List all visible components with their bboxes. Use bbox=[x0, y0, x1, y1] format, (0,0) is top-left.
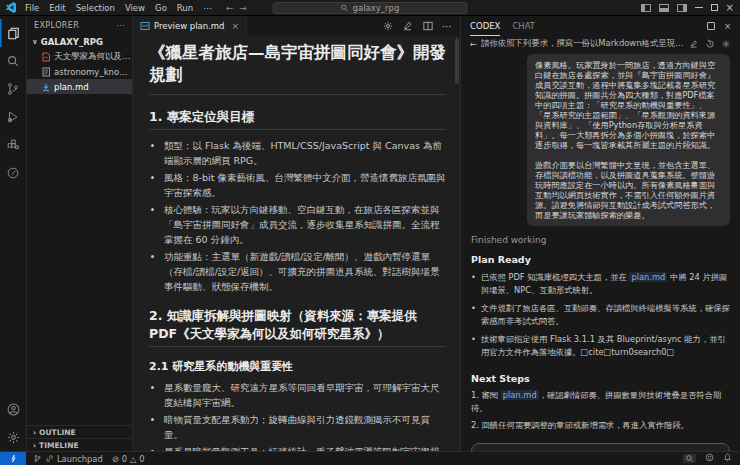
pdf-file-icon bbox=[41, 52, 51, 62]
list-item: 星系數量龐大、研究遠方星系等同回看早期宇宙，可理解宇宙大尺度結構與宇宙網。 bbox=[164, 380, 446, 410]
section-1-list: 類型：以 Flask 為後端、HTML/CSS/JavaScript 與 Can… bbox=[164, 138, 446, 294]
codex-extension-icon[interactable] bbox=[0, 159, 27, 187]
feedback-smiley-icon[interactable] bbox=[705, 453, 714, 464]
markdown-preview-icon bbox=[140, 21, 150, 31]
toggle-panel-icon[interactable] bbox=[659, 4, 669, 12]
launchpad-status-item[interactable]: Launchpad bbox=[33, 454, 103, 464]
menu-view[interactable]: View bbox=[121, 3, 149, 13]
task-title[interactable]: 請你依照下列要求，撰寫一份以Markdown格式呈現的開發規劃文件... bbox=[481, 38, 685, 49]
search-value: galaxy_rpg bbox=[353, 3, 400, 13]
text-file-icon bbox=[41, 67, 51, 77]
editor-scrollbar[interactable] bbox=[455, 38, 459, 84]
menu-more[interactable]: ⋯ bbox=[199, 3, 216, 13]
chevron-right-icon: › bbox=[33, 428, 36, 437]
section-1-heading: 1. 專案定位與目標 bbox=[149, 108, 446, 131]
run-debug-icon[interactable] bbox=[0, 103, 27, 131]
timeline-section[interactable]: › TIMELINE bbox=[27, 438, 132, 451]
menu-file[interactable]: File bbox=[21, 3, 43, 13]
new-task-icon[interactable] bbox=[689, 39, 699, 49]
notifications-bell-icon[interactable] bbox=[723, 453, 732, 464]
edit-markdown-icon[interactable] bbox=[402, 20, 414, 32]
search-icon bbox=[341, 4, 349, 12]
minimize-button[interactable] bbox=[695, 7, 703, 8]
branch-icon bbox=[33, 454, 42, 463]
extensions-icon[interactable] bbox=[0, 131, 27, 159]
file-plan-md[interactable]: plan.md bbox=[27, 79, 132, 94]
close-panel-icon[interactable]: × bbox=[724, 21, 731, 31]
tab-chat[interactable]: CHAT bbox=[512, 16, 535, 36]
plan-ready-heading: Plan Ready bbox=[471, 254, 730, 265]
list-item: 核心體驗：玩家以方向鍵移動、空白鍵互動，在旅店各區探索並與「島宇宙拼圖同好會」成… bbox=[164, 202, 446, 247]
list-item: 類型：以 Flask 為後端、HTML/CSS/JavaScript 與 Can… bbox=[164, 138, 446, 168]
toggle-sidebar-icon[interactable] bbox=[641, 4, 651, 12]
explorer-more-icon[interactable]: ⋯ bbox=[117, 21, 125, 30]
plan-md-link[interactable]: plan.md bbox=[629, 272, 667, 282]
link-icon bbox=[45, 454, 54, 463]
warnings-count: 0 bbox=[139, 454, 144, 464]
toggle-secondary-sidebar-icon[interactable] bbox=[677, 4, 687, 12]
editor-more-actions-icon[interactable]: ⋯ bbox=[442, 21, 452, 32]
remote-indicator[interactable] bbox=[0, 452, 26, 465]
chat-input[interactable]: 請開始根據這個計畫 @plan.md 逐步完成遊戲開發 + Auto conte… bbox=[471, 443, 730, 452]
expand-panel-icon[interactable] bbox=[707, 22, 715, 30]
plan-summary-list: • 已依照 PDF 知識庫梳理四大主題，並在 plan.md 中將 24 片拼圖… bbox=[471, 271, 730, 364]
back-arrow-icon[interactable]: ← bbox=[470, 39, 477, 49]
sidebar-explorer: EXPLORER ⋯ ∨ GALAXY_RPG 天文學家為何以及如何研究... bbox=[27, 16, 133, 451]
list-item: 風格：8-bit 像素藝術風、台灣繁體中文介面，營造懷舊旅店氛圍與宇宙探索感。 bbox=[164, 170, 446, 200]
list-item: • 技術章節指定使用 Flask 3.1.1 及其 Blueprint/asyn… bbox=[471, 333, 730, 358]
warnings-icon: △ bbox=[130, 454, 136, 464]
history-icon[interactable] bbox=[705, 39, 715, 49]
source-control-icon[interactable] bbox=[0, 75, 27, 103]
tab-bar: Preview plan.md × ⋯ bbox=[133, 16, 460, 36]
menu-go[interactable]: Go bbox=[151, 3, 171, 13]
chevron-right-icon: › bbox=[33, 441, 36, 450]
list-item: 暗物質量支配星系動力；旋轉曲線與引力透鏡觀測揭示不可見質量。 bbox=[164, 412, 446, 442]
editor-group: Preview plan.md × ⋯ 《獵星者旅店—島宇宙拼圖同好會》開發規劃 bbox=[133, 16, 460, 451]
menu-selection[interactable]: Selection bbox=[72, 3, 119, 13]
file-astronomy-knowledge-txt[interactable]: astronomy_knowledge.txt bbox=[27, 64, 132, 79]
codex-settings-icon[interactable] bbox=[721, 39, 731, 49]
explorer-title: EXPLORER bbox=[34, 21, 79, 30]
chevron-down-icon: ∨ bbox=[32, 38, 38, 46]
folder-galaxy-rpg[interactable]: ∨ GALAXY_RPG bbox=[27, 34, 132, 49]
restore-button[interactable] bbox=[711, 4, 718, 11]
section-2-1-list: 星系數量龐大、研究遠方星系等同回看早期宇宙，可理解宇宙大尺度結構與宇宙網。 暗物… bbox=[164, 380, 446, 451]
list-item: 功能重點：主選單（新遊戲/讀檔/設定/離開）、遊戲內暫停選單（存檔/讀檔/設定/… bbox=[164, 249, 446, 294]
command-center-search[interactable]: galaxy_rpg bbox=[273, 2, 468, 14]
user-message-bubble: 像素風格。玩家置身於一間旅店，透過方向鍵與空白鍵在旅店各處探索，並與『島宇宙拼圖… bbox=[527, 54, 730, 226]
settings-gear-icon[interactable] bbox=[0, 423, 27, 451]
tab-preview-plan-md[interactable]: Preview plan.md × bbox=[133, 16, 247, 36]
menu-edit[interactable]: Edit bbox=[45, 3, 69, 13]
nav-forward-icon[interactable]: → bbox=[239, 3, 247, 13]
nav-back-icon[interactable]: ← bbox=[226, 3, 234, 13]
screencast-zoom-icon[interactable] bbox=[683, 454, 696, 463]
outline-section[interactable]: › OUTLINE bbox=[27, 425, 132, 438]
list-item: • 已依照 PDF 知識庫梳理四大主題，並在 plan.md 中將 24 片拼圖… bbox=[471, 271, 730, 296]
next-step-1: 1. 審閱 plan.md，確認劇情節奏、拼圖數量與技術堆疊是否符合期待。 bbox=[471, 389, 730, 414]
tab-codex[interactable]: CODEX bbox=[470, 16, 500, 36]
titlebar: File Edit Selection View Go Run ⋯ ← → ga… bbox=[0, 0, 740, 16]
next-step-2: 2. 回饋任何需要調整的章節或新增需求，再進入實作階段。 bbox=[471, 419, 730, 432]
close-window-button[interactable]: × bbox=[726, 3, 734, 13]
menu-run[interactable]: Run bbox=[173, 3, 197, 13]
split-editor-icon[interactable] bbox=[422, 20, 434, 32]
explorer-icon[interactable] bbox=[0, 19, 27, 47]
codex-panel: CODEX CHAT × ← 請你依照下列要求，撰寫一份以Markdown格式呈… bbox=[460, 16, 740, 451]
next-steps-heading: Next Steps bbox=[471, 373, 730, 384]
errors-icon: ⊘ bbox=[112, 454, 119, 464]
vscode-logo-icon bbox=[6, 2, 17, 13]
section-2-1-heading: 2.1 研究星系的動機與重要性 bbox=[149, 359, 446, 374]
problems-status-item[interactable]: ⊘ 0 △ 0 bbox=[112, 454, 145, 464]
activity-bar bbox=[0, 16, 27, 451]
plan-md-link[interactable]: plan.md bbox=[501, 390, 539, 400]
menu-bar: File Edit Selection View Go Run ⋯ bbox=[21, 3, 216, 13]
user-message-paragraph: 遊戲介面要以台灣繁體中文呈現，並包含主選單、存檔與讀檔功能，以及拼圖道具蒐集系統… bbox=[535, 160, 722, 220]
status-bar: Launchpad ⊘ 0 △ 0 bbox=[0, 451, 740, 465]
preview-settings-icon[interactable] bbox=[382, 20, 394, 32]
markdown-preview[interactable]: 《獵星者旅店—島宇宙拼圖同好會》開發規劃 1. 專案定位與目標 類型：以 Fla… bbox=[133, 36, 460, 451]
list-item: • 文件規劃了旅店各區、互動節奏、存讀檔與終端模擬等系統，確保探索感而非考試式問… bbox=[471, 302, 730, 327]
search-sidebar-icon[interactable] bbox=[0, 47, 27, 75]
close-tab-icon[interactable]: × bbox=[232, 21, 240, 31]
file-pdf-astronomy[interactable]: 天文學家為何以及如何研究... bbox=[27, 49, 132, 64]
account-icon[interactable] bbox=[0, 395, 27, 423]
